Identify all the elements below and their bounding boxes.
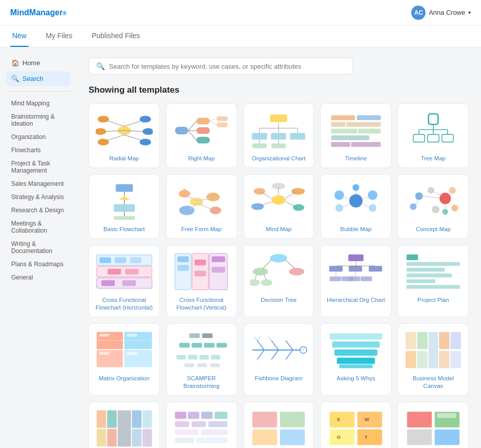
svg-rect-230 bbox=[330, 430, 355, 445]
tab-published-files[interactable]: Published Files bbox=[90, 25, 142, 47]
svg-rect-203 bbox=[97, 429, 106, 447]
main-layout: 🏠 Home 🔍 Search Mind MappingBrainstormin… bbox=[0, 47, 481, 448]
template-card-swot[interactable]: SWOTSWOT Analysis bbox=[320, 402, 391, 448]
sidebar-item-home[interactable]: 🏠 Home bbox=[6, 55, 70, 70]
template-name-org-chart: Organizational Chart bbox=[248, 155, 310, 162]
svg-rect-52 bbox=[428, 134, 439, 142]
svg-line-178 bbox=[257, 350, 264, 360]
logo: MindManager® bbox=[10, 8, 67, 17]
svg-rect-36 bbox=[271, 143, 286, 148]
svg-rect-120 bbox=[178, 265, 189, 271]
svg-rect-214 bbox=[215, 412, 228, 419]
svg-rect-171 bbox=[211, 355, 220, 359]
template-card-bubble-map[interactable]: Bubble Map bbox=[320, 174, 391, 239]
svg-rect-13 bbox=[175, 127, 188, 134]
svg-rect-210 bbox=[143, 429, 152, 447]
template-name-decision-tree: Decision Tree bbox=[248, 296, 310, 304]
svg-point-105 bbox=[442, 209, 448, 215]
template-card-tree-map[interactable]: Tree Map bbox=[398, 103, 469, 168]
svg-rect-242 bbox=[437, 413, 457, 418]
template-card-business-model[interactable]: Business Model Canvas bbox=[398, 323, 469, 396]
template-card-timeline[interactable]: Timeline bbox=[320, 103, 391, 168]
tab-new[interactable]: New bbox=[10, 25, 29, 47]
search-input[interactable] bbox=[109, 63, 346, 70]
svg-text:O: O bbox=[337, 435, 341, 440]
svg-rect-191 bbox=[337, 358, 375, 364]
template-card-asking-5-whys[interactable]: Asking 5 Whys bbox=[320, 323, 391, 396]
home-icon: 🏠 bbox=[11, 59, 19, 67]
sidebar-category-item[interactable]: Organization bbox=[6, 130, 70, 144]
template-card-decision-tree[interactable]: Decision Tree bbox=[243, 245, 315, 317]
user-menu[interactable]: AC Anna Crowe ▾ bbox=[411, 6, 471, 20]
template-card-cross-functional-v[interactable]: Cross Functional Flowchart (Vertical) bbox=[166, 245, 237, 317]
template-preview-scamper bbox=[171, 330, 233, 371]
template-preview-free-form-map bbox=[171, 181, 233, 221]
tab-my-files[interactable]: My Files bbox=[44, 25, 74, 47]
sidebar-category-item[interactable]: Strategy & Analysis bbox=[6, 190, 70, 204]
sidebar-category-item[interactable]: Writing & Documentation bbox=[6, 237, 70, 258]
svg-rect-145 bbox=[361, 276, 373, 281]
sidebar-category-item[interactable]: Meetings & Collaboration bbox=[6, 217, 70, 237]
sidebar-category-item[interactable]: Sales Management bbox=[6, 177, 70, 190]
svg-rect-200 bbox=[450, 332, 461, 349]
template-name-right-map: Right Map bbox=[171, 155, 233, 162]
sidebar-category-item[interactable]: Mind Mapping bbox=[6, 97, 70, 110]
sidebar-category-item[interactable]: Research & Design bbox=[6, 204, 70, 217]
svg-rect-202 bbox=[97, 410, 106, 428]
svg-point-10 bbox=[143, 128, 153, 134]
logo-text: MindManager bbox=[10, 8, 63, 17]
svg-rect-208 bbox=[132, 429, 142, 447]
template-card-mind-map[interactable]: Mind Map bbox=[243, 174, 315, 239]
template-card-hierarchical-org[interactable]: Hierarchical Org Chart bbox=[320, 245, 391, 317]
sidebar-category-item[interactable]: Flowcharts bbox=[6, 144, 70, 157]
sidebar-category-item[interactable]: Brainstorming & Ideation bbox=[6, 110, 70, 130]
template-card-fishbone[interactable]: ?Fishbone Diagram bbox=[243, 323, 315, 396]
template-card-org-chart[interactable]: Organizational Chart bbox=[243, 103, 315, 168]
template-card-right-map[interactable]: Right Map bbox=[166, 103, 237, 168]
sidebar: 🏠 Home 🔍 Search Mind MappingBrainstormin… bbox=[0, 47, 76, 448]
svg-rect-228 bbox=[330, 412, 355, 428]
svg-rect-28 bbox=[252, 133, 267, 139]
svg-rect-236 bbox=[407, 412, 432, 428]
section-title: Showing all templates bbox=[89, 85, 469, 95]
svg-rect-50 bbox=[413, 134, 425, 142]
svg-text:?: ? bbox=[302, 349, 304, 352]
svg-rect-55 bbox=[116, 184, 133, 192]
template-card-concept-map[interactable]: Concept Map bbox=[398, 174, 469, 239]
template-card-impact-effort[interactable]: Impact Effort Matrix bbox=[398, 402, 469, 448]
svg-rect-41 bbox=[331, 128, 358, 133]
template-card-scamper[interactable]: SCAMPER Brainstorming bbox=[166, 323, 237, 396]
svg-rect-43 bbox=[331, 135, 370, 139]
sidebar-category-item[interactable]: Project & Task Management bbox=[6, 157, 70, 177]
svg-rect-138 bbox=[349, 266, 362, 272]
template-card-project-plan[interactable]: Project Plan bbox=[398, 245, 469, 317]
svg-line-5 bbox=[105, 134, 124, 141]
svg-rect-164 bbox=[180, 343, 190, 348]
svg-line-177 bbox=[257, 341, 264, 350]
svg-rect-158 bbox=[99, 334, 109, 337]
template-card-lean-canvas[interactable]: Lean Canvas Model bbox=[89, 402, 160, 448]
template-card-eisenhower[interactable]: Eisenhower Matrix bbox=[243, 402, 315, 448]
sidebar-category-item[interactable]: Plans & Roadmaps bbox=[6, 258, 70, 271]
template-preview-timeline bbox=[325, 110, 387, 151]
template-card-free-form-map[interactable]: Free Form Map bbox=[166, 174, 237, 239]
svg-rect-207 bbox=[132, 410, 142, 428]
template-card-matrix-org[interactable]: Matrix Organization bbox=[89, 323, 160, 396]
template-preview-basic-flowchart bbox=[93, 181, 155, 221]
svg-line-14 bbox=[188, 121, 196, 130]
template-preview-radial-map bbox=[93, 110, 155, 151]
template-card-cross-functional-h[interactable]: Cross Functional Flowchart (Horizontal) bbox=[89, 245, 160, 317]
svg-rect-172 bbox=[185, 363, 194, 368]
template-card-radial-map[interactable]: Radial Map bbox=[89, 103, 160, 168]
template-card-reverse-brainstorming[interactable]: Reverse Brainstorming bbox=[166, 402, 237, 448]
template-grid: Radial MapRight MapOrganizational ChartT… bbox=[89, 103, 469, 448]
sidebar-category-item[interactable]: General bbox=[6, 271, 70, 284]
sidebar-item-search[interactable]: 🔍 Search bbox=[6, 71, 70, 86]
header: MindManager® AC Anna Crowe ▾ bbox=[0, 0, 481, 25]
svg-line-126 bbox=[262, 260, 272, 269]
svg-rect-190 bbox=[334, 350, 377, 356]
template-name-fishbone: Fishbone Diagram bbox=[248, 375, 310, 382]
svg-rect-215 bbox=[175, 422, 189, 427]
template-name-timeline: Timeline bbox=[325, 155, 387, 162]
template-card-basic-flowchart[interactable]: Basic Flowchart bbox=[89, 174, 160, 239]
